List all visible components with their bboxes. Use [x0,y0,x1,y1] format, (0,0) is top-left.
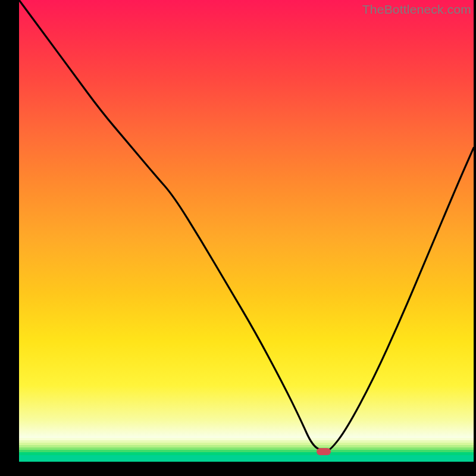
bottom-color-bands [19,438,474,462]
background-gradient [19,0,474,438]
optimal-point-marker [317,448,331,455]
plot-area [19,0,474,462]
watermark-text: TheBottleneck.com [362,2,471,17]
chart-frame: TheBottleneck.com [0,0,476,476]
band-7 [19,455,474,462]
